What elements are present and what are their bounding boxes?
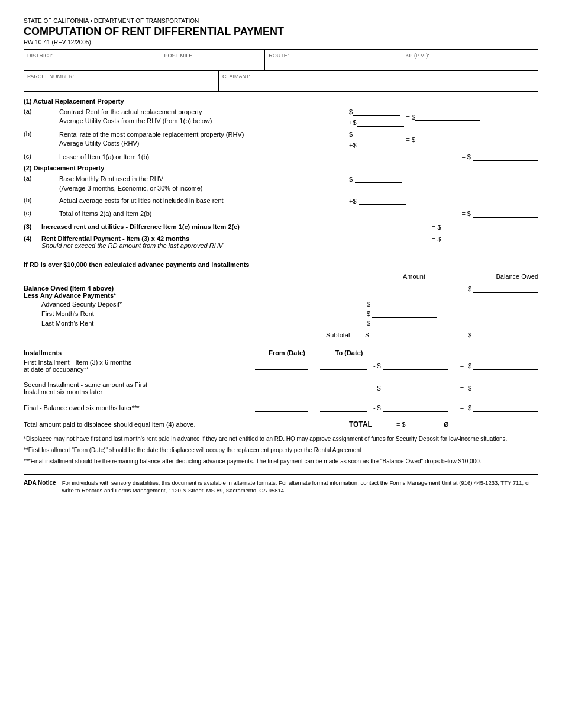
final-inst-to-input[interactable]	[320, 404, 367, 412]
notes-section: *Displacee may not have first and last m…	[24, 434, 538, 466]
section-2a-fields: $	[349, 175, 538, 183]
total-row: Total amount paid to displacee should eq…	[24, 420, 538, 429]
second-inst-to-input[interactable]	[320, 384, 367, 392]
section-1b-row: (b) Rental rate of the most comparable r…	[24, 130, 538, 150]
last-months-rent-input[interactable]	[372, 319, 437, 327]
kp-field[interactable]: KP (P.M.):	[402, 50, 538, 70]
first-inst-result: $	[468, 362, 538, 370]
section-4-row: (4) Rent Differential Payment - Item (3)…	[24, 234, 538, 250]
section-2a-text: Base Monthly Rent used in the RHV (Avera…	[59, 175, 349, 193]
first-inst-amount-input[interactable]	[383, 362, 448, 370]
section-4-input[interactable]	[444, 235, 509, 243]
subtotal-result-input[interactable]	[473, 331, 538, 339]
section-2c-result[interactable]	[473, 210, 538, 218]
section-1a-result[interactable]	[415, 112, 480, 121]
section-1b-input1[interactable]	[353, 130, 400, 138]
first-months-rent-label: First Month's Rent	[24, 310, 367, 317]
second-inst-from-input[interactable]	[255, 384, 308, 392]
first-inst-dollar: $	[468, 362, 471, 369]
parcel-field[interactable]: PARCEL NUMBER:	[24, 71, 219, 91]
final-inst-to	[314, 404, 373, 412]
final-inst-from-input[interactable]	[255, 404, 308, 412]
section-2a-label: (a)	[24, 175, 59, 182]
section-2c-result-prefix: = $	[461, 210, 471, 217]
section-1b-fields: $ +$ = $	[349, 130, 538, 149]
first-inst-from-input[interactable]	[255, 362, 308, 370]
final-installment-row: Final - Balance owed six months later***…	[24, 404, 538, 412]
installments-header: Installments From (Date) To (Date)	[24, 349, 538, 356]
first-inst-from	[249, 362, 314, 370]
section-2a-dollar: $	[349, 176, 353, 183]
final-inst-label: Final - Balance owed six months later***	[24, 404, 249, 411]
form-title: COMPUTATION OF RENT DIFFERENTIAL PAYMENT	[24, 25, 538, 38]
subtotal-input[interactable]	[371, 331, 436, 339]
second-inst-result-input[interactable]	[473, 384, 538, 392]
postmile-field[interactable]: POST MILE	[160, 50, 265, 70]
subtotal-field: - $	[361, 331, 456, 339]
section-1a-input2[interactable]	[357, 118, 404, 127]
final-inst-from	[249, 404, 314, 412]
section-3-input[interactable]	[444, 223, 509, 231]
claimant-field[interactable]: CLAIMANT:	[219, 71, 538, 91]
final-inst-amount-input[interactable]	[383, 404, 448, 412]
subtotal-result-dollar: $	[468, 331, 471, 339]
section-2b-fields: +$	[349, 197, 538, 205]
balance-column-headers: Amount Balance Owed	[24, 273, 538, 280]
second-installment-row: Second Installment - same amount as Firs…	[24, 381, 538, 395]
second-inst-dollar: $	[468, 385, 471, 392]
section-2a-row: (a) Base Monthly Rent used in the RHV (A…	[24, 174, 538, 194]
section-1a-dollar2: +$	[349, 119, 357, 126]
advance-security-dollar: $	[367, 301, 370, 308]
final-inst-dollar: $	[468, 404, 471, 411]
first-inst-amount: - $	[373, 362, 456, 370]
subtotal-eq: =	[456, 331, 468, 339]
district-field[interactable]: DISTRICT:	[24, 50, 160, 70]
section-2: (2) Displacement Property (a) Base Month…	[24, 165, 538, 219]
district-label: DISTRICT:	[27, 53, 156, 59]
section-1a-result-prefix: = $	[406, 114, 416, 121]
total-label: Total amount paid to displacee should eq…	[24, 421, 349, 428]
second-inst-amount-input[interactable]	[383, 384, 448, 392]
inst-header-from: From (Date)	[254, 349, 319, 356]
section-3-result: = $	[432, 223, 538, 231]
balance-section: Balance Owed (Item 4 above) Less Any Adv…	[24, 285, 538, 339]
rd-over-section: If RD is over $10,000 then calculated ad…	[24, 256, 538, 429]
advance-security-input[interactable]	[372, 300, 437, 308]
section-3-result-prefix: = $	[432, 224, 441, 231]
section-3-label: (3)	[24, 223, 41, 230]
total-equals: = $	[396, 421, 444, 428]
section-1-title: (1) Actual Replacement Property	[24, 98, 538, 105]
parcel-label: PARCEL NUMBER:	[27, 73, 215, 79]
final-inst-minus: - $	[373, 404, 381, 411]
second-inst-label: Second Installment - same amount as Firs…	[24, 381, 249, 395]
route-label: ROUTE:	[269, 53, 398, 59]
first-months-rent-input[interactable]	[372, 310, 437, 318]
second-inst-result: $	[468, 384, 538, 392]
balance-owed-input[interactable]	[473, 285, 538, 293]
section-1a-fields: $ +$ = $	[349, 108, 538, 127]
section-2b-text: Actual average costs for utilities not i…	[59, 197, 349, 205]
section-2c-spacer: = $	[349, 210, 538, 218]
final-inst-result: $	[468, 404, 538, 412]
first-months-rent-field: $	[367, 310, 461, 318]
section-3-row: (3) Increased rent and utilities - Diffe…	[24, 223, 538, 232]
section-3-text: Increased rent and utilities - Differenc…	[41, 223, 432, 230]
first-inst-to-input[interactable]	[320, 362, 367, 370]
section-1c-result[interactable]	[473, 153, 538, 161]
section-1: (1) Actual Replacement Property (a) Cont…	[24, 98, 538, 162]
route-field[interactable]: ROUTE:	[265, 50, 402, 70]
section-2b-input[interactable]	[359, 197, 406, 205]
section-1b-input2[interactable]	[357, 141, 404, 149]
first-inst-result-input[interactable]	[473, 362, 538, 370]
section-2a-input[interactable]	[355, 175, 402, 183]
second-inst-amount: - $	[373, 384, 456, 392]
last-months-rent-row: Last Month's Rent $	[24, 319, 538, 327]
note-1: *Displacee may not have first and last m…	[24, 434, 538, 443]
section-1b-result[interactable]	[415, 135, 480, 143]
final-inst-result-input[interactable]	[473, 404, 538, 412]
subtotal-label: Subtotal =	[24, 331, 361, 339]
second-inst-to	[314, 384, 373, 392]
balance-owed-row: Balance Owed (Item 4 above) Less Any Adv…	[24, 285, 538, 299]
subtotal-minus: - $	[361, 331, 369, 339]
section-1a-input1[interactable]	[353, 108, 400, 116]
